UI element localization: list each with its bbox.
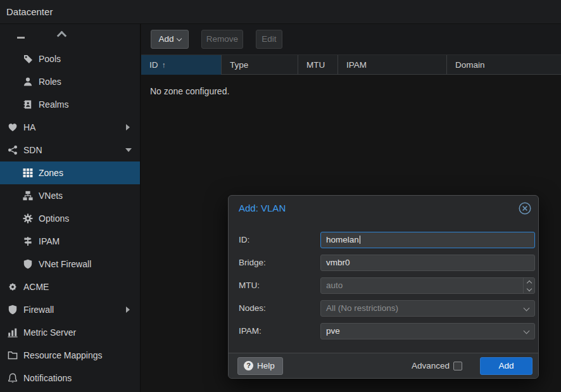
add-zone-button-label: Add [158,34,173,44]
help-button[interactable]: ? Help [237,357,283,375]
sidebar-item-zones[interactable]: Zones [0,161,140,184]
sidebar-item-ipam[interactable]: IPAM [0,230,140,253]
id-input-value: homelan [326,235,359,244]
spinner-down-icon[interactable] [526,286,531,291]
sidebar-item-label: SDN [23,139,42,161]
bell-icon [8,373,18,383]
sidebar-item-roles[interactable]: Roles [0,70,140,93]
dialog-add-button-label: Add [498,361,514,370]
nodes-select-value: All (No restrictions) [326,303,398,313]
grid-icon [23,168,33,178]
column-header-domain[interactable]: Domain [447,55,561,75]
sidebar-item-acme[interactable]: ACME [0,275,140,298]
column-header-label: MTU [306,60,325,70]
shield-icon [23,259,33,269]
sidebar-item-ha[interactable]: HA [0,116,140,139]
sidebar-item-partial[interactable] [0,24,140,47]
sidebar-item-label: Roles [39,70,61,93]
field-row-nodes: Nodes: All (No restrictions) [229,300,538,317]
text-cursor [360,236,360,244]
sidebar-item-label: IPAM [39,230,60,253]
sidebar-item-pools[interactable]: Pools [0,47,140,70]
sidebar-item-label: Realms [39,93,68,116]
ipam-select-value: pve [326,326,340,336]
id-field-label: ID: [239,232,249,248]
sidebar-item-notifications[interactable]: Notifications [0,367,140,389]
spinner-up-icon[interactable] [526,280,531,285]
column-header-ipam[interactable]: IPAM [338,55,447,75]
column-header-label: Type [230,60,248,70]
bridge-input-value: vmbr0 [326,258,350,267]
sidebar-item-sdn[interactable]: SDN [0,139,140,161]
dialog-footer: ? Help Advanced Add [229,353,538,378]
column-header-id[interactable]: ID↑ [141,55,222,75]
sidebar-item-label: Zones [39,161,63,184]
ipam-select[interactable]: pve [320,323,535,339]
sidebar-item-metric-server[interactable]: Metric Server [0,321,140,344]
nodes-field-label: Nodes: [239,300,266,317]
chevron-down-icon [524,328,530,334]
dialog-add-button[interactable]: Add [480,357,533,375]
sidebar-item-label: HA [23,116,35,139]
tags-icon [23,54,33,64]
sidebar-item-label: Options [39,207,69,230]
sort-asc-icon: ↑ [162,61,166,70]
question-circle-icon: ? [244,361,253,370]
field-row-mtu: MTU: auto [229,277,538,294]
add-vlan-dialog: Add: VLAN ID: homelan Bridge: vmbr0 MTU:… [228,195,539,379]
sdn-network-icon [8,145,18,155]
user-icon [23,77,33,87]
sidebar-item-options[interactable]: Options [0,207,140,230]
sidebar-item-label: Notifications [23,367,72,389]
zones-toolbar: Add Remove Edit [141,24,561,54]
edit-zone-button-label: Edit [262,34,276,44]
app-root: Datacenter Pools Roles Realms HA SDN [0,0,561,392]
remove-zone-button-label: Remove [206,34,238,44]
certificate-icon [8,282,18,292]
sidebar-item-realms[interactable]: Realms [0,93,140,116]
chevron-up-icon [57,31,67,41]
gear-icon [23,213,33,224]
bridge-field-label: Bridge: [239,255,266,271]
add-zone-button[interactable]: Add [151,30,189,49]
zones-table-header: ID↑ Type MTU IPAM Domain [141,54,561,75]
nodes-select[interactable]: All (No restrictions) [320,300,535,317]
collapse-down-icon[interactable] [125,148,132,152]
sidebar-item-label: Pools [39,47,61,70]
remove-zone-button[interactable]: Remove [201,30,243,49]
expand-right-icon[interactable] [126,307,130,313]
top-bar: Datacenter [0,0,561,24]
sidebar-item-resource-mappings[interactable]: Resource Mappings [0,344,140,367]
bridge-input[interactable]: vmbr0 [320,255,535,271]
sidebar-item-vnets[interactable]: VNets [0,184,140,207]
sidebar-item-vnet-firewall[interactable]: VNet Firewall [0,253,140,275]
caret-down-icon [176,36,181,41]
field-row-bridge: Bridge: vmbr0 [229,255,538,271]
column-header-type[interactable]: Type [222,55,298,75]
mtu-spinner[interactable]: auto [320,277,535,294]
advanced-label[interactable]: Advanced [412,353,450,379]
close-icon[interactable] [519,202,531,215]
spinner-buttons [523,278,534,293]
sidebar-item-label: VNets [39,184,63,207]
field-row-ipam: IPAM: pve [229,323,538,339]
id-input[interactable]: homelan [320,232,535,248]
dialog-title: Add: VLAN [239,203,286,213]
ipam-field-label: IPAM: [239,323,262,339]
sidebar-item-label: Firewall [23,298,54,321]
network-wired-icon [23,191,33,201]
topbar-title: Datacenter [6,0,53,24]
field-row-id: ID: homelan [229,232,538,248]
expand-right-icon[interactable] [126,124,130,130]
sidebar-item-firewall[interactable]: Firewall [0,298,140,321]
help-button-label: Help [257,361,275,370]
resource-tree-sidebar: Pools Roles Realms HA SDN Zones VNets [0,24,141,392]
edit-zone-button[interactable]: Edit [256,30,282,49]
shield-icon [8,305,18,315]
mtu-value: auto [326,281,343,290]
sidebar-item-label: VNet Firewall [39,253,91,275]
column-header-mtu[interactable]: MTU [298,55,338,75]
dash-icon [17,37,25,39]
advanced-checkbox[interactable] [453,362,462,370]
bar-chart-icon [8,327,18,338]
